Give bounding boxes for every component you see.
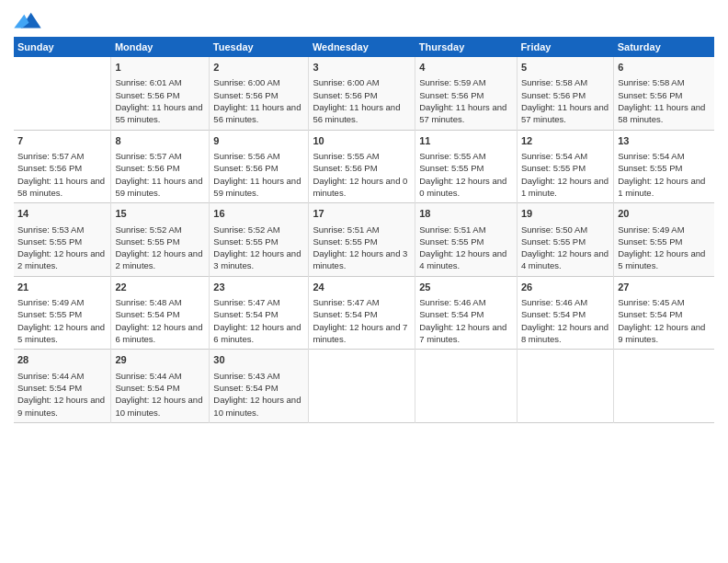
header: [14, 9, 714, 29]
sunrise: Sunrise: 5:45 AM: [618, 297, 684, 307]
day-cell: 15Sunrise: 5:52 AMSunset: 5:55 PMDayligh…: [111, 203, 210, 277]
day-number: 15: [115, 207, 205, 221]
day-cell: 29Sunrise: 5:44 AMSunset: 5:54 PMDayligh…: [111, 350, 210, 423]
day-cell: 10Sunrise: 5:55 AMSunset: 5:56 PMDayligh…: [309, 130, 415, 203]
day-number: 16: [213, 207, 304, 221]
sunset: Sunset: 5:54 PM: [313, 309, 377, 319]
sunrise: Sunrise: 6:00 AM: [313, 77, 379, 87]
day-cell: 18Sunrise: 5:51 AMSunset: 5:55 PMDayligh…: [415, 203, 518, 277]
sunset: Sunset: 5:55 PM: [17, 309, 82, 319]
day-number: 21: [17, 281, 107, 294]
daylight: Daylight: 12 hours and 9 minutes.: [618, 322, 705, 344]
col-tuesday: Tuesday: [210, 37, 309, 57]
day-number: 7: [17, 134, 107, 148]
day-number: 17: [313, 207, 411, 221]
daylight: Daylight: 12 hours and 10 minutes.: [115, 395, 202, 417]
daylight: Daylight: 12 hours and 4 minutes.: [521, 248, 609, 270]
col-friday: Friday: [517, 37, 613, 57]
daylight: Daylight: 12 hours and 7 minutes.: [313, 322, 407, 344]
daylight: Daylight: 11 hours and 55 minutes.: [115, 102, 202, 124]
daylight: Daylight: 11 hours and 59 minutes.: [213, 176, 301, 198]
sunset: Sunset: 5:54 PM: [521, 309, 586, 319]
sunrise: Sunrise: 5:58 AM: [618, 77, 684, 87]
col-sunday: Sunday: [14, 37, 111, 57]
day-number: 6: [618, 61, 711, 75]
sunrise: Sunrise: 5:59 AM: [419, 77, 485, 87]
day-cell: 13Sunrise: 5:54 AMSunset: 5:55 PMDayligh…: [614, 130, 714, 203]
daylight: Daylight: 11 hours and 59 minutes.: [115, 176, 202, 198]
sunset: Sunset: 5:55 PM: [618, 163, 682, 173]
logo: [14, 9, 45, 29]
day-cell: 24Sunrise: 5:47 AMSunset: 5:54 PMDayligh…: [309, 276, 415, 350]
day-cell: 19Sunrise: 5:50 AMSunset: 5:55 PMDayligh…: [517, 203, 613, 277]
sunset: Sunset: 5:54 PM: [419, 309, 483, 319]
sunset: Sunset: 5:55 PM: [115, 236, 179, 247]
sunset: Sunset: 5:56 PM: [115, 163, 179, 173]
daylight: Daylight: 11 hours and 58 minutes.: [618, 102, 705, 124]
day-number: 25: [419, 281, 513, 294]
daylight: Daylight: 12 hours and 1 minute.: [521, 176, 609, 198]
day-number: 23: [213, 281, 304, 294]
day-cell: [309, 350, 415, 423]
logo-icon: [14, 9, 41, 29]
sunset: Sunset: 5:56 PM: [213, 163, 278, 173]
sunrise: Sunrise: 5:44 AM: [17, 371, 84, 381]
sunset: Sunset: 5:56 PM: [17, 163, 82, 173]
col-wednesday: Wednesday: [309, 37, 415, 57]
day-cell: 28Sunrise: 5:44 AMSunset: 5:54 PMDayligh…: [14, 350, 111, 423]
sunrise: Sunrise: 5:47 AM: [213, 297, 279, 307]
sunset: Sunset: 5:55 PM: [313, 236, 377, 247]
sunset: Sunset: 5:54 PM: [115, 309, 179, 319]
sunset: Sunset: 5:55 PM: [521, 236, 586, 247]
day-number: 24: [313, 281, 411, 294]
daylight: Daylight: 12 hours and 10 minutes.: [213, 395, 301, 417]
sunrise: Sunrise: 5:57 AM: [17, 151, 84, 161]
sunset: Sunset: 5:56 PM: [313, 163, 377, 173]
sunset: Sunset: 5:56 PM: [313, 90, 377, 100]
daylight: Daylight: 12 hours and 3 minutes.: [213, 248, 301, 270]
daylight: Daylight: 12 hours and 5 minutes.: [17, 322, 105, 344]
daylight: Daylight: 11 hours and 56 minutes.: [213, 102, 301, 124]
day-number: 22: [115, 281, 205, 294]
sunset: Sunset: 5:55 PM: [17, 236, 82, 247]
day-cell: 27Sunrise: 5:45 AMSunset: 5:54 PMDayligh…: [614, 276, 714, 350]
day-number: 26: [521, 281, 609, 294]
week-row-2: 14Sunrise: 5:53 AMSunset: 5:55 PMDayligh…: [14, 203, 714, 277]
sunset: Sunset: 5:54 PM: [213, 383, 278, 393]
day-cell: 23Sunrise: 5:47 AMSunset: 5:54 PMDayligh…: [210, 276, 309, 350]
day-number: 18: [419, 207, 513, 221]
day-number: 4: [419, 61, 513, 75]
sunrise: Sunrise: 5:46 AM: [419, 297, 485, 307]
day-cell: 5Sunrise: 5:58 AMSunset: 5:56 PMDaylight…: [517, 57, 613, 130]
daylight: Daylight: 12 hours and 7 minutes.: [419, 322, 506, 344]
day-cell: 9Sunrise: 5:56 AMSunset: 5:56 PMDaylight…: [210, 130, 309, 203]
day-cell: 3Sunrise: 6:00 AMSunset: 5:56 PMDaylight…: [309, 57, 415, 130]
sunset: Sunset: 5:55 PM: [618, 236, 682, 247]
day-number: 28: [17, 353, 107, 367]
day-cell: [14, 57, 111, 130]
day-cell: 12Sunrise: 5:54 AMSunset: 5:55 PMDayligh…: [517, 130, 613, 203]
day-number: 2: [213, 61, 304, 75]
day-cell: 2Sunrise: 6:00 AMSunset: 5:56 PMDaylight…: [210, 57, 309, 130]
sunrise: Sunrise: 5:44 AM: [115, 371, 181, 381]
sunrise: Sunrise: 6:00 AM: [213, 77, 279, 87]
daylight: Daylight: 12 hours and 3 minutes.: [313, 248, 407, 270]
daylight: Daylight: 11 hours and 57 minutes.: [419, 102, 506, 124]
header-row: Sunday Monday Tuesday Wednesday Thursday…: [14, 37, 714, 57]
daylight: Daylight: 12 hours and 8 minutes.: [521, 322, 609, 344]
day-number: 13: [618, 134, 711, 148]
week-row-1: 7Sunrise: 5:57 AMSunset: 5:56 PMDaylight…: [14, 130, 714, 203]
calendar-table: Sunday Monday Tuesday Wednesday Thursday…: [14, 37, 714, 423]
day-number: 12: [521, 134, 609, 148]
sunrise: Sunrise: 5:52 AM: [213, 224, 279, 235]
daylight: Daylight: 11 hours and 58 minutes.: [17, 176, 105, 198]
page: Sunday Monday Tuesday Wednesday Thursday…: [0, 0, 728, 563]
sunrise: Sunrise: 6:01 AM: [115, 77, 181, 87]
week-row-0: 1Sunrise: 6:01 AMSunset: 5:56 PMDaylight…: [14, 57, 714, 130]
day-cell: 16Sunrise: 5:52 AMSunset: 5:55 PMDayligh…: [210, 203, 309, 277]
daylight: Daylight: 12 hours and 4 minutes.: [419, 248, 506, 270]
col-monday: Monday: [111, 37, 210, 57]
sunset: Sunset: 5:56 PM: [618, 90, 682, 100]
day-cell: [517, 350, 613, 423]
daylight: Daylight: 11 hours and 57 minutes.: [521, 102, 609, 124]
